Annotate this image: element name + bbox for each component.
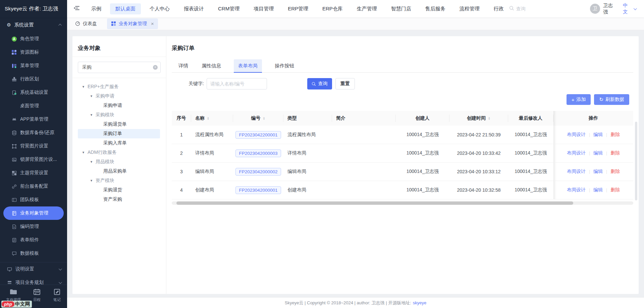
nav-item-smart-store[interactable]: 智慧门店 — [386, 3, 417, 14]
sidebar-item-db-backup[interactable]: 数据库备份/还原 — [0, 126, 67, 139]
tab-dashboard[interactable]: 仪表盘 — [75, 21, 97, 27]
horizontal-scrollbar[interactable] — [172, 201, 633, 205]
tree-node[interactable]: ▼ERP+生产服务 — [78, 82, 161, 91]
tree-node[interactable]: ▼用品模块 — [78, 157, 161, 167]
nav-item-production[interactable]: 生产管理 — [352, 3, 382, 14]
nav-item-report-design[interactable]: 报表设计 — [178, 3, 209, 14]
dock-item-notes[interactable]: 笔记 — [53, 288, 61, 302]
sort-icon[interactable]: ▲▼ — [207, 117, 209, 120]
code-tag[interactable]: FP2023042000001 — [235, 186, 281, 194]
dock-item-file-manager[interactable]: 文件管理 — [6, 288, 21, 302]
layout-design-link[interactable]: 布局设计 — [567, 150, 586, 156]
sidebar-item-team-template[interactable]: 团队模板 — [0, 193, 67, 206]
sort-icon[interactable]: ▲▼ — [488, 117, 490, 120]
sidebar-item-frontend-service[interactable]: 前台服务配置 — [0, 180, 67, 193]
caret-down-icon[interactable]: ▼ — [90, 160, 96, 164]
tab-action-buttons[interactable]: 操作按钮 — [274, 59, 295, 72]
tree-node[interactable]: ▼ADM行政服务 — [78, 148, 161, 157]
delete-link[interactable]: 删除 — [610, 150, 620, 156]
caret-down-icon[interactable]: ▼ — [82, 151, 88, 154]
sidebar-item-admin-regions[interactable]: 行政区划 — [0, 72, 67, 86]
sidebar-item-system-base-settings[interactable]: 系统基础设置 — [0, 86, 67, 99]
tree-node[interactable]: 用品采购单 — [78, 167, 161, 176]
avatar[interactable]: 卫 — [590, 4, 600, 14]
tree-node[interactable]: 资产采购 — [78, 195, 161, 204]
edit-link[interactable]: 编辑 — [593, 132, 603, 138]
tree-node[interactable]: ▼采购申请 — [78, 91, 161, 101]
sidebar-item-background-image[interactable]: 背景图片设置 — [0, 139, 67, 153]
query-button[interactable]: 查询 — [307, 78, 332, 89]
header-search[interactable] — [509, 6, 540, 12]
nav-item-crm[interactable]: CRM管理 — [213, 3, 245, 14]
tree-node[interactable]: 采购退货单 — [78, 120, 161, 129]
tab-attributes[interactable]: 属性信息 — [201, 59, 222, 72]
caret-down-icon[interactable]: ▼ — [90, 113, 96, 117]
sidebar-item-data-template[interactable]: 数据模板 — [0, 247, 67, 260]
code-tag[interactable]: FP2023042000003 — [235, 149, 281, 157]
refresh-button[interactable]: ↻ 刷新数据 — [594, 94, 629, 105]
clear-icon[interactable]: × — [153, 65, 158, 70]
caret-down-icon[interactable]: ▼ — [82, 85, 88, 88]
tree-node[interactable]: 采购退货 — [78, 185, 161, 195]
nav-item-admin[interactable]: 行政 — [488, 3, 509, 14]
add-button[interactable]: + 添加 — [567, 94, 591, 105]
tree-node[interactable]: 采购入库单 — [78, 138, 161, 148]
nav-item-examples[interactable]: 示例 — [86, 3, 107, 14]
caret-down-icon[interactable]: ▼ — [90, 95, 96, 98]
opensource-link[interactable]: skyeye — [413, 300, 426, 305]
sidebar-item-form-components[interactable]: 表单组件 — [0, 233, 67, 247]
sidebar-collapse-button[interactable] — [67, 0, 86, 17]
grid-icon — [111, 21, 116, 26]
pen-note-icon — [53, 288, 61, 296]
delete-link[interactable]: 删除 — [610, 132, 620, 138]
tree-node[interactable]: ▼采购模块 — [78, 110, 161, 120]
dock-item-calendar[interactable]: 日程 — [33, 288, 41, 302]
scrollbar-thumb[interactable] — [176, 201, 573, 205]
sidebar-item-business-objects[interactable]: 业务对象管理 — [3, 206, 64, 220]
nav-item-workflow[interactable]: 流程管理 — [454, 3, 485, 14]
sort-icon[interactable]: ▲▼ — [263, 117, 265, 120]
code-tag[interactable]: FP2023042200001 — [235, 131, 281, 139]
tab-details[interactable]: 详情 — [178, 59, 189, 72]
nav-item-personal-center[interactable]: 个人中心 — [144, 3, 175, 14]
tree-node-selected[interactable]: 采购订单 — [78, 129, 160, 138]
nav-item-project[interactable]: 项目管理 — [248, 3, 279, 14]
reset-button[interactable]: 重置 — [335, 78, 355, 89]
sidebar-item-app-menu[interactable]: APP菜单管理 — [0, 113, 67, 126]
close-icon[interactable]: × — [151, 21, 154, 26]
tree-node[interactable]: 采购申请 — [78, 101, 161, 110]
delete-link[interactable]: 删除 — [610, 169, 620, 175]
sidebar-item-theme-background[interactable]: 主题背景设置 — [0, 166, 67, 180]
nav-item-after-sales[interactable]: 售后服务 — [420, 3, 451, 14]
language-selector[interactable]: 中文 — [623, 2, 636, 15]
tab-business-object-management[interactable]: 业务对象管理 × — [107, 18, 158, 29]
sidebar-item-code-management[interactable]: w 编码管理 — [0, 220, 67, 233]
sidebar-item-label: 前台服务配置 — [20, 183, 48, 189]
tree-node[interactable]: ▼资产模块 — [78, 176, 161, 185]
layout-design-link[interactable]: 布局设计 — [567, 132, 586, 138]
sidebar-section-system-settings[interactable]: ⚙ 系统设置 — [0, 17, 67, 32]
nav-item-erp-warehouse[interactable]: ERP仓库 — [317, 3, 348, 14]
sidebar-item-lockscreen-background[interactable]: 锁屏背景图片设... — [0, 153, 67, 166]
edit-link[interactable]: 编辑 — [593, 187, 603, 193]
object-search-input[interactable] — [78, 62, 161, 73]
nav-item-erp[interactable]: ERP管理 — [282, 3, 314, 14]
layout-design-link[interactable]: 布局设计 — [567, 187, 586, 193]
vertical-scrollbar-thumb[interactable] — [635, 122, 637, 200]
sidebar-item-menu-management[interactable]: 菜单管理 — [0, 59, 67, 72]
code-tag[interactable]: FP2023042000002 — [235, 168, 281, 176]
sidebar-item-desktop-management[interactable]: 桌面管理 — [0, 99, 67, 113]
keyword-input[interactable] — [207, 78, 267, 89]
nav-item-default-desktop[interactable]: 默认桌面 — [110, 3, 141, 14]
sidebar-item-role-management[interactable]: A 角色管理 — [0, 32, 67, 46]
caret-down-icon[interactable]: ▼ — [90, 179, 96, 182]
delete-link[interactable]: 删除 — [610, 187, 620, 193]
layout-design-link[interactable]: 布局设计 — [567, 169, 586, 175]
sidebar-group-help-settings[interactable]: 说明设置 — [0, 262, 67, 276]
edit-link[interactable]: 编辑 — [593, 169, 603, 175]
edit-link[interactable]: 编辑 — [593, 150, 603, 156]
user-name[interactable]: 卫志强 — [603, 2, 617, 15]
sidebar-item-resource-icons[interactable]: 资源图标 — [0, 46, 67, 59]
header-search-input[interactable] — [516, 6, 540, 11]
tab-form-layout[interactable]: 表单布局 — [234, 59, 262, 72]
